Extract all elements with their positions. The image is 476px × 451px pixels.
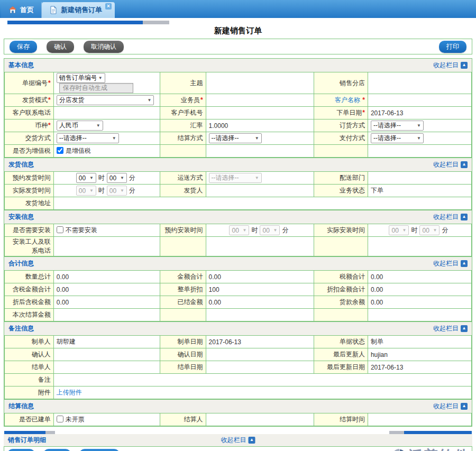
- pay-way-cell: --请选择--▼: [368, 132, 471, 145]
- appoint-install-label: 预约安装时间: [160, 224, 206, 237]
- horizontal-scrollbar-bottom[interactable]: [4, 429, 472, 432]
- chevron-down-icon: ▼: [255, 176, 259, 180]
- ship-mode-select[interactable]: 分店发货▼: [57, 95, 154, 105]
- chevron-down-icon: ▼: [112, 136, 116, 141]
- install-worker-label: 安装工人及联系电话: [5, 237, 54, 256]
- print-button[interactable]: 打印: [439, 41, 466, 53]
- actual-ship-time-cell: 00▼时00▼分: [53, 185, 160, 197]
- scrollbar-thumb[interactable]: [7, 21, 143, 24]
- doc-no-auto-input[interactable]: 保存时自动生成: [59, 83, 133, 93]
- tab-home[interactable]: 首页: [1, 2, 42, 18]
- collapse-up-icon: ▲: [461, 214, 468, 220]
- currency-select[interactable]: 人民币▼: [57, 121, 103, 131]
- order-date-value[interactable]: 2017-06-13: [368, 107, 471, 119]
- appoint-minute-select[interactable]: 00▼: [107, 173, 127, 183]
- actual-ship-time-label: 实际发货时间: [5, 185, 54, 197]
- actual-install-hour-select[interactable]: 00▼: [389, 225, 409, 235]
- section-install-info: 安装信息 收起栏目▲ 是否需要安装 不需要安装 预约安装时间 00▼时00▼分 …: [4, 210, 472, 257]
- settle-way-select[interactable]: --请选择--▼: [209, 133, 262, 143]
- chevron-down-icon: ▼: [417, 136, 421, 141]
- discount-amount-label: 折扣金额合计: [314, 283, 368, 296]
- discount-label: 整单折扣: [160, 283, 206, 296]
- customer-name-link[interactable]: 客户名称: [335, 96, 360, 104]
- billed-cell: 未开票: [53, 413, 160, 426]
- collapse-remarks-link[interactable]: 收起栏目▲: [433, 324, 468, 333]
- attach-label: 附件: [5, 386, 54, 399]
- ship-address-cell[interactable]: [53, 197, 471, 210]
- doc-no-select[interactable]: 销售订单编号▼: [57, 73, 105, 83]
- cancel-confirm-button[interactable]: 取消确认: [84, 41, 124, 53]
- collapse-detail-link[interactable]: 收起栏目▲: [221, 436, 255, 445]
- transport-select[interactable]: --请选择--▼: [209, 173, 262, 183]
- actual-minute-select[interactable]: 00▼: [107, 186, 127, 196]
- pay-way-label: 支付方式: [314, 132, 368, 145]
- tab-new-sales-order[interactable]: 新建销售订单 ×: [42, 2, 115, 18]
- salesman-label: 业务员*: [160, 94, 206, 107]
- pay-way-select[interactable]: --请选择--▼: [371, 133, 424, 143]
- delete-row-button[interactable]: 删除: [43, 449, 71, 451]
- vat-checkbox[interactable]: [57, 147, 63, 154]
- subject-label: 主题: [160, 72, 206, 94]
- billed-checkbox[interactable]: [57, 416, 63, 422]
- horizontal-scrollbar-top[interactable]: [7, 21, 472, 24]
- add-row-button[interactable]: 添加: [7, 449, 35, 451]
- section-settlement-info: 结算信息 收起栏目▲ 是否已建单 未开票 结算人 结算时间: [4, 399, 472, 427]
- collapse-install-link[interactable]: 收起栏目▲: [433, 213, 468, 222]
- note-cell[interactable]: [53, 374, 471, 386]
- rate-value[interactable]: 1.0000: [206, 119, 314, 132]
- actual-install-minute-select[interactable]: 00▼: [419, 225, 440, 235]
- section-totals-info: 合计信息 收起栏目▲ 数量总计 0.00 金额合计 0.00 税额合计 0.00…: [4, 256, 472, 322]
- balance-value: 0.00: [368, 296, 471, 309]
- section-order-detail-header: 销售订单明细 收起栏目▲: [4, 434, 472, 446]
- this-settle-cell[interactable]: [53, 309, 160, 321]
- page-title: 新建销售订单: [4, 26, 472, 36]
- cust-phone-input-cell[interactable]: [53, 107, 160, 119]
- confirm-button[interactable]: 确认: [47, 41, 74, 53]
- collapse-basic-link[interactable]: 收起栏目▲: [433, 61, 468, 70]
- upload-attachment-link[interactable]: 上传附件: [57, 389, 82, 396]
- discount-value[interactable]: 100: [206, 283, 314, 296]
- order-date-label: 下单日期*: [314, 107, 368, 119]
- ship-mode-label: 发货模式*: [5, 94, 54, 107]
- settled-label: 已结金额: [160, 296, 206, 309]
- close-icon[interactable]: ×: [105, 3, 112, 10]
- maker-value: 胡帮建: [53, 336, 160, 348]
- salesman-input-cell[interactable]: [206, 94, 314, 107]
- collapse-settlement-link[interactable]: 收起栏目▲: [433, 402, 468, 411]
- shipper-cell[interactable]: [206, 185, 314, 197]
- currency-label: 币种*: [5, 119, 54, 132]
- dispatch-dept-cell[interactable]: [368, 172, 471, 185]
- subject-input-cell[interactable]: [206, 72, 314, 94]
- appoint-install-hour-select[interactable]: 00▼: [229, 225, 249, 235]
- customer-input-cell[interactable]: [368, 94, 471, 107]
- ship-address-label: 发货地址: [5, 197, 54, 210]
- actual-hour-select[interactable]: 00▼: [76, 186, 96, 196]
- delivery-way-select[interactable]: --请选择--▼: [57, 133, 119, 143]
- last-update-date-label: 最后更新日期: [314, 361, 368, 374]
- order-way-label: 订货方式: [314, 119, 368, 132]
- appoint-hour-select[interactable]: 00▼: [76, 173, 96, 183]
- barcode-scan-button[interactable]: 条码扫描: [79, 449, 120, 451]
- settle-way-label: 结算方式: [160, 132, 206, 145]
- collapse-totals-link[interactable]: 收起栏目▲: [433, 259, 468, 268]
- transport-label: 运送方式: [160, 172, 206, 185]
- appoint-install-minute-select[interactable]: 00▼: [260, 225, 280, 235]
- confirm-date-label: 确认日期: [160, 348, 206, 361]
- scrollbar-track[interactable]: [143, 21, 169, 24]
- currency-cell: 人民币▼: [53, 119, 160, 132]
- install-worker-cell[interactable]: [53, 237, 160, 256]
- order-way-select[interactable]: --请选择--▼: [371, 121, 424, 131]
- section-detail-title: 销售订单明细: [8, 436, 46, 445]
- need-install-checkbox[interactable]: [57, 226, 63, 233]
- save-button[interactable]: 保存: [10, 41, 37, 53]
- appoint-install-cell: 00▼时00▼分: [206, 224, 314, 237]
- actual-install-cell: 00▼时00▼分: [368, 224, 471, 237]
- collapse-shipping-link[interactable]: 收起栏目▲: [433, 160, 468, 169]
- qty-total-value: 0.00: [53, 271, 160, 283]
- branch-input-cell[interactable]: [368, 72, 471, 94]
- settler-cell[interactable]: [206, 413, 314, 426]
- closer-label: 结单人: [5, 361, 54, 374]
- cust-mobile-input-cell[interactable]: [206, 107, 314, 119]
- biz-status-label: 业务状态: [314, 185, 368, 197]
- note-label: 备注: [5, 374, 54, 386]
